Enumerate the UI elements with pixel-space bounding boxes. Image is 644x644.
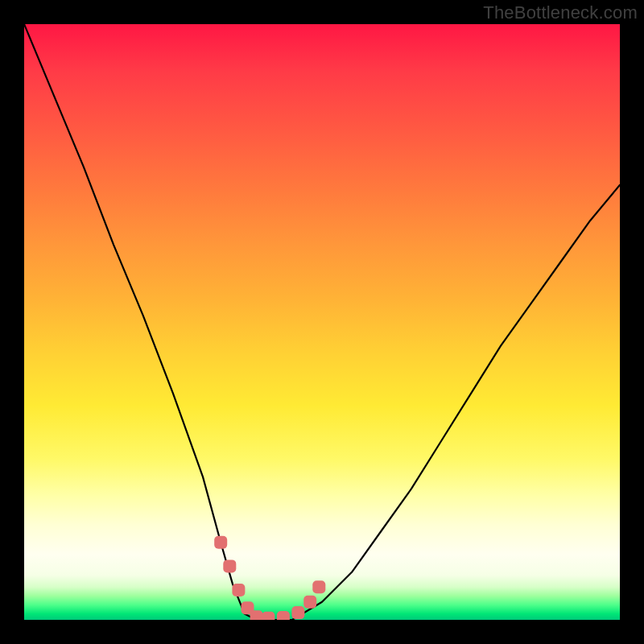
curve-marker [312, 580, 325, 593]
curve-marker [214, 536, 227, 549]
curve-marker [277, 611, 290, 620]
curve-marker [262, 612, 275, 620]
curve-marker [232, 584, 245, 597]
curve-marker [250, 610, 263, 620]
chart-frame [24, 24, 620, 620]
curve-marker [303, 596, 316, 609]
curve-marker [223, 559, 236, 572]
attribution-label: TheBottleneck.com [483, 2, 638, 23]
curve-marker [291, 606, 304, 619]
bottleneck-curve [24, 24, 620, 620]
chart-plot [24, 24, 620, 620]
